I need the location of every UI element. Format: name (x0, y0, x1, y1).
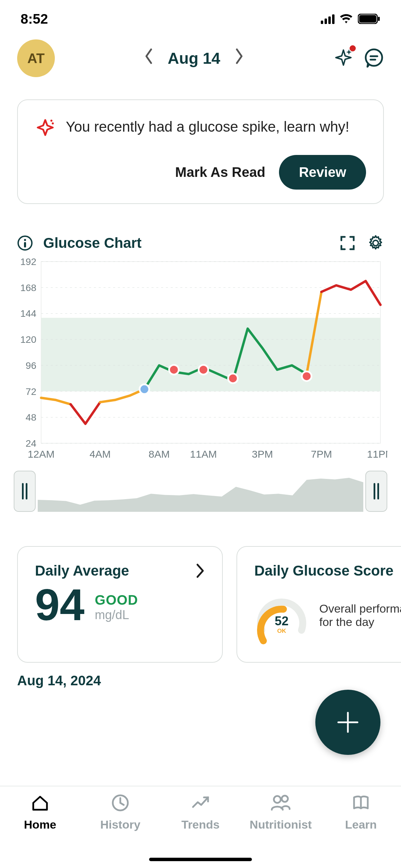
tab-history-label: History (100, 818, 140, 831)
next-day-button[interactable] (234, 48, 244, 69)
svg-text:48: 48 (26, 412, 36, 423)
svg-point-11 (373, 240, 378, 246)
add-fab[interactable] (315, 690, 380, 755)
svg-point-48 (282, 796, 288, 802)
book-icon (351, 793, 370, 812)
svg-text:OK: OK (277, 627, 287, 634)
plus-icon (334, 709, 362, 736)
svg-point-41 (302, 371, 312, 381)
daily-average-title: Daily Average (35, 563, 129, 579)
trends-icon (191, 793, 210, 812)
svg-point-9 (24, 239, 26, 241)
svg-text:120: 120 (20, 334, 36, 345)
svg-point-7 (52, 122, 54, 124)
daily-average-unit: mg/dL (95, 608, 138, 622)
svg-text:168: 168 (20, 282, 36, 293)
svg-text:3PM: 3PM (252, 448, 273, 460)
svg-text:52: 52 (275, 614, 289, 628)
scrubber-handle-right[interactable] (365, 471, 387, 512)
clock-icon (111, 793, 130, 812)
daily-glucose-score-card[interactable]: Daily Glucose Score 52 OK Overall perfor… (236, 546, 401, 663)
mark-as-read-button[interactable]: Mark As Read (175, 165, 265, 180)
tab-trends-label: Trends (181, 818, 219, 831)
svg-text:7PM: 7PM (311, 448, 332, 460)
glucose-chart-title: Glucose Chart (43, 235, 142, 251)
home-indicator (149, 858, 252, 861)
svg-text:144: 144 (20, 308, 36, 319)
tab-home[interactable]: Home (0, 793, 80, 854)
svg-point-38 (169, 365, 179, 374)
daily-average-rating: GOOD (95, 592, 138, 608)
svg-rect-2 (378, 17, 380, 21)
svg-text:24: 24 (26, 438, 36, 449)
chevron-right-icon (196, 563, 205, 578)
daily-glucose-score-title: Daily Glucose Score (254, 563, 393, 579)
scrubber-handle-left[interactable] (14, 471, 36, 512)
page-date: Aug 14, 2024 (17, 673, 401, 688)
info-icon[interactable] (17, 235, 33, 251)
bottom-nav: Home History Trends Nutritionist Learn (0, 786, 401, 868)
svg-rect-10 (24, 242, 26, 248)
status-time: 8:52 (21, 11, 48, 27)
daily-average-value: 94 (35, 582, 85, 627)
avatar-initials: AT (27, 51, 45, 66)
svg-rect-1 (359, 15, 376, 23)
avatar[interactable]: AT (17, 39, 55, 77)
svg-text:8AM: 8AM (149, 448, 170, 460)
gear-icon[interactable] (367, 235, 384, 251)
svg-point-39 (198, 365, 208, 374)
daily-glucose-score-desc: Overall performance for the day (319, 602, 401, 629)
tab-nutritionist[interactable]: Nutritionist (241, 793, 321, 854)
svg-point-6 (50, 120, 52, 122)
svg-text:12AM: 12AM (28, 448, 54, 460)
status-icons (321, 14, 380, 24)
prev-day-button[interactable] (144, 48, 154, 69)
svg-point-47 (274, 796, 281, 803)
svg-text:192: 192 (20, 258, 36, 267)
chat-icon (364, 48, 384, 68)
tab-home-label: Home (24, 818, 56, 831)
review-button[interactable]: Review (279, 155, 366, 190)
svg-text:11PM: 11PM (367, 448, 387, 460)
chart-scrubber[interactable] (14, 471, 387, 512)
svg-point-37 (139, 384, 149, 394)
alert-card: You recently had a glucose spike, learn … (17, 99, 384, 204)
glucose-chart[interactable]: 2448729612014416819212AM4AM8AM11AM3PM7PM… (14, 258, 387, 464)
tab-trends[interactable]: Trends (160, 793, 241, 854)
tab-learn-label: Learn (345, 818, 377, 831)
alert-message: You recently had a glucose spike, learn … (66, 117, 349, 137)
people-icon (270, 793, 292, 812)
wifi-icon (339, 14, 353, 24)
svg-point-40 (228, 374, 238, 383)
notification-dot (350, 45, 356, 51)
home-icon (31, 793, 50, 812)
svg-text:11AM: 11AM (190, 448, 217, 460)
battery-icon (358, 14, 380, 24)
daily-average-card[interactable]: Daily Average 94 GOOD mg/dL (17, 546, 223, 663)
cellular-icon (321, 14, 335, 24)
tab-history[interactable]: History (80, 793, 160, 854)
svg-text:4AM: 4AM (89, 448, 111, 460)
score-gauge-icon: 52 OK (254, 584, 309, 646)
tab-learn[interactable]: Learn (321, 793, 401, 854)
date-label[interactable]: Aug 14 (168, 49, 220, 68)
spike-sparkle-icon (35, 117, 56, 138)
chat-button[interactable] (364, 48, 384, 69)
svg-text:72: 72 (26, 386, 36, 397)
svg-rect-13 (41, 318, 380, 391)
svg-text:96: 96 (26, 360, 36, 371)
expand-icon[interactable] (340, 236, 355, 251)
insights-button[interactable] (333, 47, 354, 69)
tab-nutritionist-label: Nutritionist (250, 818, 312, 831)
